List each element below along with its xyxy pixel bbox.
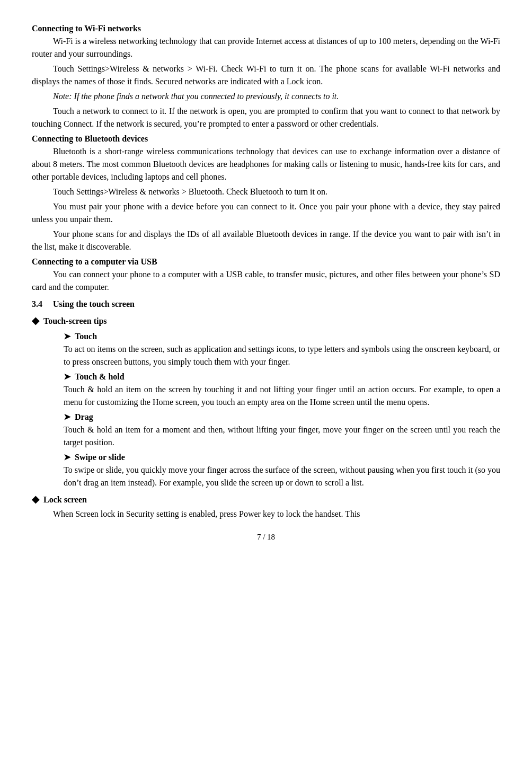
bluetooth-para1: Bluetooth is a short-range wireless comm…: [32, 145, 500, 183]
touch-subbullet: ➤ Touch To act on items on the screen, s…: [64, 330, 500, 368]
section-34-label: Using the touch screen: [53, 298, 135, 311]
touch-hold-para: Touch & hold an item on the screen by to…: [64, 383, 500, 409]
section-34-number: 3.4: [32, 298, 42, 311]
touch-hold-arrow-icon: ➤: [64, 370, 70, 383]
touch-para: To act on items on the screen, such as a…: [64, 343, 500, 368]
lock-screen-heading: ◆ Lock screen: [32, 492, 500, 507]
lock-screen-diamond-icon: ◆: [32, 492, 39, 507]
page-footer: 7 / 18: [32, 531, 500, 543]
drag-label: Drag: [75, 411, 93, 423]
usb-section: Connecting to a computer via USB You can…: [32, 255, 500, 294]
drag-heading: ➤ Drag: [64, 411, 500, 423]
touch-heading: ➤ Touch: [64, 330, 500, 343]
drag-para: Touch & hold an item for a moment and th…: [64, 423, 500, 449]
touchscreen-tips-heading: ◆ Touch-screen tips: [32, 314, 500, 328]
bluetooth-para4: Your phone scans for and displays the ID…: [32, 228, 500, 253]
page-number: 7 / 18: [257, 533, 275, 541]
touch-hold-subbullet: ➤ Touch & hold Touch & hold an item on t…: [64, 370, 500, 409]
touch-label: Touch: [75, 330, 97, 343]
section-34: 3.4 Using the touch screen: [32, 298, 500, 311]
wifi-heading: Connecting to Wi-Fi networks: [32, 22, 500, 35]
swipe-para: To swipe or slide, you quickly move your…: [64, 464, 500, 489]
drag-subbullet: ➤ Drag Touch & hold an item for a moment…: [64, 411, 500, 449]
touchscreen-tips-label: Touch-screen tips: [43, 315, 107, 328]
drag-arrow-icon: ➤: [64, 411, 70, 423]
bluetooth-para2: Touch Settings>Wireless & networks > Blu…: [32, 186, 500, 198]
swipe-heading: ➤ Swipe or slide: [64, 451, 500, 464]
bullet-diamond-icon: ◆: [32, 314, 39, 328]
bluetooth-section: Connecting to Bluetooth devices Bluetoot…: [32, 133, 500, 253]
wifi-para3: Note: If the phone finds a network that …: [32, 90, 500, 103]
touch-hold-label: Touch & hold: [75, 370, 125, 383]
wifi-section: Connecting to Wi-Fi networks Wi-Fi is a …: [32, 22, 500, 130]
lock-screen-section: ◆ Lock screen When Screen lock in Securi…: [32, 492, 500, 520]
touch-hold-heading: ➤ Touch & hold: [64, 370, 500, 383]
lock-screen-label: Lock screen: [43, 493, 87, 506]
swipe-subbullet: ➤ Swipe or slide To swipe or slide, you …: [64, 451, 500, 489]
wifi-para1: Wi-Fi is a wireless networking technolog…: [32, 35, 500, 60]
wifi-para4: Touch a network to connect to it. If the…: [32, 105, 500, 130]
usb-heading: Connecting to a computer via USB: [32, 255, 500, 268]
lock-screen-para: When Screen lock in Security setting is …: [32, 508, 500, 520]
touchscreen-tips-section: ◆ Touch-screen tips ➤ Touch To act on it…: [32, 314, 500, 489]
bluetooth-heading: Connecting to Bluetooth devices: [32, 133, 500, 145]
swipe-arrow-icon: ➤: [64, 451, 70, 464]
section-34-title: 3.4 Using the touch screen: [32, 298, 500, 311]
wifi-para2: Touch Settings>Wireless & networks > Wi-…: [32, 63, 500, 88]
bluetooth-para3: You must pair your phone with a device b…: [32, 200, 500, 226]
touch-arrow-icon: ➤: [64, 330, 70, 343]
usb-para1: You can connect your phone to a computer…: [32, 268, 500, 294]
swipe-label: Swipe or slide: [75, 451, 125, 464]
